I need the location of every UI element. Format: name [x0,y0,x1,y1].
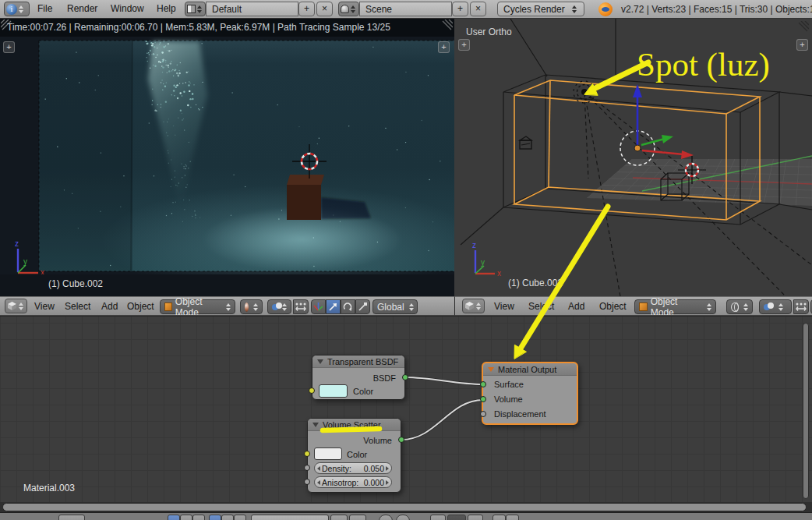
node-editor[interactable]: Transparent BSDF BSDF Color Volume Scatt… [0,316,812,520]
socket-volume-output[interactable] [398,437,404,443]
3d-viewport[interactable]: z y x User Ortho (1) Cube.002 + + [454,19,812,296]
scale-icon [358,302,368,312]
corner-grip-icon[interactable] [1,19,12,30]
editor-type-selector-3dview[interactable] [462,299,485,313]
screen-layout-icon-button[interactable] [185,2,206,16]
viewport-shading-dropdown[interactable] [726,299,753,314]
center-points-icon [295,302,306,312]
close-layout-button[interactable]: × [316,2,333,16]
node-title: Material Output [498,365,556,374]
add-scene-button[interactable]: + [452,2,468,16]
menu-object[interactable]: Object [599,301,627,312]
socket-density-input[interactable] [304,465,310,471]
scene-icon [341,5,349,13]
socket-color-input[interactable] [304,451,310,457]
node-title: Volume Scatter [323,420,381,430]
pivot-point-dropdown[interactable] [267,299,291,314]
node-header[interactable]: Material Output [483,363,577,376]
collapse-triangle-icon[interactable] [488,367,494,372]
node-volume-scatter[interactable]: Volume Scatter Volume Color Density: 0.0… [307,418,401,493]
menu-add[interactable]: Add [568,301,584,312]
collapse-triangle-icon[interactable] [317,359,323,364]
collapse-triangle-icon[interactable] [312,423,319,427]
color-swatch[interactable] [314,447,342,460]
menu-render[interactable]: Render [67,3,97,14]
scale-manipulator-button[interactable] [355,299,370,314]
corner-grip-icon[interactable] [441,19,453,31]
render-engine-value: Cycles Render [503,4,565,15]
transform-orientation-dropdown[interactable]: Global [372,299,418,314]
menu-view[interactable]: View [34,301,55,312]
input-label: Volume [494,394,523,405]
socket-volume-input[interactable] [480,396,486,402]
slider-increase-icon[interactable] [386,466,389,471]
rendered-shading-icon [245,302,249,312]
output-label: BSDF [373,373,396,384]
add-layout-button[interactable]: + [298,2,315,16]
socket-displacement-input[interactable] [480,411,486,417]
node-header[interactable]: Transparent BSDF [312,356,404,368]
menu-select[interactable]: Select [65,301,90,312]
axis-x-label: x [41,268,44,274]
node-header[interactable]: Volume Scatter [308,419,401,431]
editor-type-selector-3dview[interactable] [5,299,27,313]
viewport-shading-dropdown[interactable] [240,299,263,314]
slider-decrease-icon[interactable] [317,466,320,471]
manipulate-center-points-button[interactable] [293,299,309,314]
interaction-mode-dropdown[interactable]: Object Mode [634,299,716,314]
corner-grip-icon[interactable] [797,21,809,33]
render-viewport[interactable]: z y x [0,37,454,274]
toggle-tool-shelf-button[interactable]: + [3,41,15,53]
slider-increase-icon[interactable] [386,480,389,485]
density-label: Density: [322,464,351,473]
render-engine-dropdown[interactable]: Cycles Render [497,2,584,16]
screen-layout-name-field[interactable]: Default [206,2,298,16]
density-slider[interactable]: Density: 0.050 [314,462,392,474]
output-label: Volume [363,435,392,446]
socket-color-input[interactable] [309,387,315,394]
info-header: i File Render Window Help Default + × Sc… [0,0,812,19]
blender-window: i File Render Window Help Default + × Sc… [0,0,812,520]
close-scene-button[interactable]: × [470,2,486,16]
translate-icon [328,302,338,312]
interaction-mode-dropdown[interactable]: Object Mode [160,299,235,314]
translate-manipulator-button[interactable] [326,299,341,314]
editor-selector-arrows-icon [17,5,25,13]
node-material-output[interactable]: Material Output Surface Volume Displacem… [482,362,578,425]
pivot-icon [272,302,277,312]
color-swatch[interactable] [319,384,348,398]
anisotropy-label: Anisotrop: [322,478,358,487]
toggle-properties-panel-button[interactable]: + [796,39,808,51]
menu-select[interactable]: Select [528,301,554,312]
rotate-manipulator-button[interactable] [341,299,355,314]
menu-object[interactable]: Object [127,301,154,312]
manipulator-toggle-button[interactable] [311,299,326,314]
menu-file[interactable]: File [37,3,52,14]
anisotropy-slider[interactable]: Anisotrop: 0.000 [314,476,392,488]
dropdown-arrows-icon [777,303,785,311]
menu-add[interactable]: Add [101,301,118,312]
editor-selector-arrows-icon [475,302,482,310]
menu-view[interactable]: View [494,301,514,312]
socket-anisotropy-input[interactable] [304,479,310,485]
input-label: Displacement [494,409,546,419]
socket-bsdf-output[interactable] [402,374,408,380]
socket-surface-input[interactable] [480,381,486,387]
menu-help[interactable]: Help [157,3,176,14]
menu-window[interactable]: Window [111,3,144,14]
slider-decrease-icon[interactable] [317,480,320,485]
render-view-header: View Select Add Object Object Mode [0,296,454,316]
screen-layout-name: Default [212,4,242,15]
manipulate-center-points-button[interactable] [793,299,809,314]
scene-name-field[interactable]: Scene [359,2,452,16]
pivot-point-dropdown[interactable] [759,299,792,314]
toggle-tool-shelf-button[interactable]: + [458,39,470,51]
toggle-properties-panel-button[interactable]: + [438,41,450,53]
editor-type-selector-info[interactable]: i [4,2,30,16]
orientation-value: Global [377,302,404,313]
scene-icon-button[interactable] [338,2,359,16]
node-transparent-bsdf[interactable]: Transparent BSDF BSDF Color [312,355,405,400]
dropdown-arrows-icon [705,303,713,311]
scene-statistics: v2.72 | Verts:23 | Faces:15 | Tris:30 | … [621,4,812,15]
active-object-label: (1) Cube.002 [48,278,103,289]
